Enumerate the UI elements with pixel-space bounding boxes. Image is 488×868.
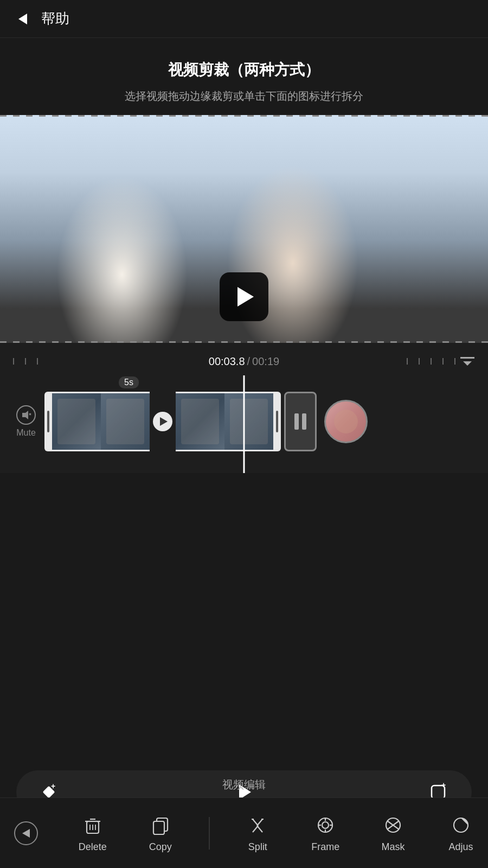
current-time: 00:03.8 bbox=[209, 355, 245, 368]
handle-bar-right bbox=[276, 411, 278, 432]
clip-frame bbox=[176, 393, 224, 450]
clip-frame bbox=[224, 393, 273, 450]
pause-bar bbox=[294, 413, 299, 430]
svg-marker-0 bbox=[22, 411, 28, 419]
action-bar: Delete Copy Split bbox=[0, 797, 488, 868]
delete-icon bbox=[81, 813, 105, 837]
divider bbox=[209, 817, 210, 850]
delete-button[interactable]: Delete bbox=[71, 808, 114, 858]
clip-duration-badge: 5s bbox=[119, 376, 139, 388]
time-ruler: 00:03.8 / 00:19 bbox=[0, 343, 488, 375]
play-icon bbox=[237, 287, 254, 307]
mask-icon bbox=[381, 813, 405, 837]
timeline-section: 00:03.8 / 00:19 bbox=[0, 343, 488, 473]
tick bbox=[454, 358, 455, 365]
adjust-icon bbox=[449, 813, 473, 837]
header: 帮助 bbox=[0, 0, 488, 38]
total-time: 00:19 bbox=[252, 355, 279, 368]
video-container bbox=[0, 115, 488, 343]
zoom-line bbox=[460, 357, 474, 359]
pause-icon bbox=[294, 413, 306, 430]
svg-rect-14 bbox=[153, 821, 164, 834]
clip-frame bbox=[52, 393, 101, 450]
tick bbox=[407, 358, 408, 365]
tick bbox=[37, 358, 38, 365]
clip-play-icon bbox=[160, 417, 168, 426]
clip-frames bbox=[52, 392, 150, 451]
tick bbox=[442, 358, 444, 365]
tutorial-title: 视频剪裁（两种方式） bbox=[13, 60, 475, 80]
mask-button[interactable]: Mask bbox=[371, 808, 415, 858]
tick bbox=[431, 358, 432, 365]
zoom-arrow bbox=[463, 361, 472, 366]
tick bbox=[419, 358, 420, 365]
back-chevron-icon bbox=[22, 829, 30, 838]
ruler-ticks-left bbox=[13, 358, 38, 365]
ruler-ticks-right bbox=[407, 358, 455, 365]
frame-icon bbox=[313, 813, 337, 837]
page-label: 视频编辑 bbox=[0, 777, 488, 792]
frame-label: Frame bbox=[311, 841, 339, 853]
svg-line-17 bbox=[257, 819, 262, 826]
clip-handle-left[interactable] bbox=[44, 392, 52, 451]
dashed-border-top bbox=[0, 115, 488, 117]
frame-button[interactable]: Frame bbox=[304, 808, 347, 858]
clip-frame bbox=[101, 393, 150, 450]
adjust-button[interactable]: Adjus bbox=[439, 808, 483, 858]
adjust-label: Adjus bbox=[448, 841, 473, 853]
split-button[interactable]: Split bbox=[236, 808, 279, 858]
back-arrow-icon bbox=[18, 14, 27, 24]
mute-icon bbox=[16, 405, 36, 425]
avatar-clip[interactable] bbox=[324, 400, 368, 443]
mute-button[interactable]: Mute bbox=[16, 405, 36, 438]
pause-clip[interactable] bbox=[284, 392, 317, 451]
zoom-icon[interactable] bbox=[460, 354, 475, 369]
svg-line-18 bbox=[257, 826, 262, 832]
tutorial-section: 视频剪裁（两种方式） 选择视频拖动边缘裁剪或单击下面的图标进行拆分 bbox=[0, 38, 488, 115]
tick bbox=[25, 358, 26, 365]
action-back-button[interactable] bbox=[14, 821, 38, 845]
dashed-border-bottom bbox=[0, 341, 488, 343]
playhead[interactable] bbox=[243, 375, 245, 473]
video-clip[interactable]: 5s bbox=[44, 392, 281, 451]
time-display: 00:03.8 / 00:19 bbox=[209, 355, 279, 368]
clip-area: Mute 5s bbox=[0, 375, 488, 473]
clip-play-button[interactable] bbox=[153, 412, 172, 431]
back-button[interactable] bbox=[13, 9, 33, 29]
mute-label: Mute bbox=[16, 428, 36, 438]
clip-frames-right bbox=[176, 392, 273, 451]
split-icon bbox=[246, 813, 269, 837]
delete-label: Delete bbox=[79, 841, 107, 853]
header-title: 帮助 bbox=[41, 9, 69, 28]
tick bbox=[13, 358, 14, 365]
mask-label: Mask bbox=[382, 841, 405, 853]
split-label: Split bbox=[248, 841, 267, 853]
tutorial-description: 选择视频拖动边缘裁剪或单击下面的图标进行拆分 bbox=[13, 88, 475, 104]
handle-bar-left bbox=[47, 411, 49, 432]
copy-label: Copy bbox=[149, 841, 172, 853]
pause-bar bbox=[302, 413, 306, 430]
svg-point-22 bbox=[322, 822, 329, 828]
copy-button[interactable]: Copy bbox=[139, 808, 182, 858]
play-button-overlay[interactable] bbox=[220, 272, 268, 321]
copy-icon bbox=[149, 813, 172, 837]
time-separator: / bbox=[247, 355, 251, 368]
clip-handle-right[interactable] bbox=[273, 392, 281, 451]
